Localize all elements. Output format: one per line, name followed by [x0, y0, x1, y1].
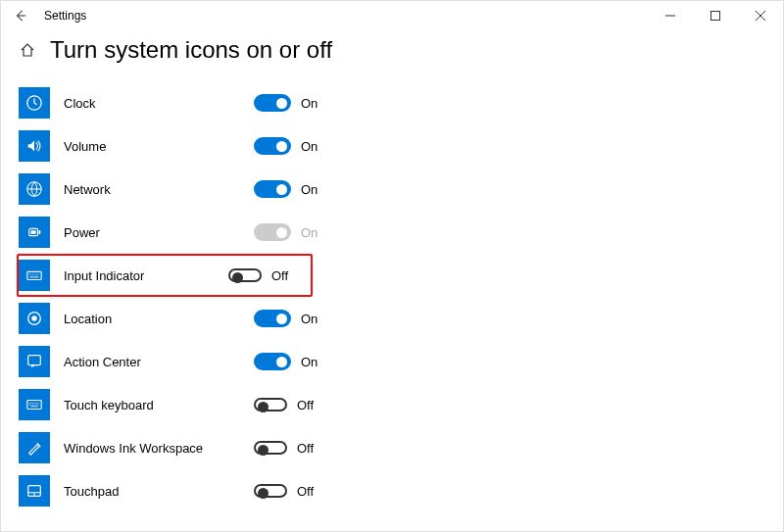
setting-row-touchpad: TouchpadOff — [19, 469, 332, 512]
toggle-switch — [254, 484, 287, 498]
toggle-state-label: Off — [297, 441, 314, 456]
toggle-ink-workspace[interactable]: Off — [254, 441, 332, 456]
toggle-network[interactable]: On — [254, 180, 332, 198]
toggle-switch — [254, 353, 291, 370]
svg-rect-0 — [711, 12, 720, 21]
maximize-icon — [710, 11, 720, 21]
toggle-clock[interactable]: On — [254, 94, 332, 112]
window-title: Settings — [32, 9, 86, 23]
touchpad-icon — [19, 475, 50, 507]
window-controls — [648, 1, 783, 30]
setting-row-ink-workspace: Windows Ink WorkspaceOff — [19, 426, 332, 469]
toggle-switch — [254, 310, 291, 327]
toggle-state-label: On — [301, 96, 318, 111]
toggle-switch — [254, 180, 291, 198]
setting-label: Touchpad — [64, 484, 254, 499]
volume-icon — [19, 130, 50, 162]
home-icon — [20, 42, 35, 58]
toggle-state-label: On — [301, 312, 318, 326]
location-icon — [19, 303, 50, 334]
page-header: Turn system icons on or off — [1, 30, 783, 75]
toggle-state-label: On — [301, 355, 318, 369]
setting-row-touch-keyboard: Touch keyboardOff — [19, 383, 332, 426]
toggle-switch — [254, 223, 291, 241]
toggle-switch — [254, 137, 291, 155]
svg-rect-5 — [30, 230, 35, 234]
close-button[interactable] — [738, 1, 783, 30]
toggle-input-indicator[interactable]: Off — [228, 268, 307, 283]
setting-label: Input Indicator — [64, 268, 228, 283]
toggle-switch — [254, 441, 287, 455]
settings-window: Settings Turn system icons on or off Clo… — [0, 0, 784, 532]
page-title: Turn system icons on or off — [50, 36, 332, 64]
toggle-touch-keyboard[interactable]: Off — [254, 398, 332, 412]
setting-label: Action Center — [64, 355, 254, 369]
setting-label: Network — [64, 182, 254, 197]
ink-workspace-icon — [19, 432, 50, 463]
svg-rect-4 — [39, 230, 41, 234]
toggle-switch — [254, 398, 287, 411]
setting-row-power: PowerOn — [19, 211, 332, 254]
toggle-action-center[interactable]: On — [254, 353, 332, 370]
setting-label: Location — [64, 312, 254, 326]
setting-label: Volume — [64, 139, 254, 154]
toggle-power: On — [254, 223, 332, 241]
toggle-state-label: On — [301, 182, 318, 197]
power-icon — [19, 217, 50, 248]
setting-row-action-center: Action CenterOn — [19, 340, 332, 383]
titlebar: Settings — [1, 1, 783, 30]
setting-label: Power — [64, 225, 254, 240]
toggle-switch — [228, 268, 262, 282]
setting-row-clock: ClockOn — [19, 81, 332, 124]
home-button[interactable] — [19, 42, 36, 58]
minimize-icon — [665, 11, 675, 21]
svg-rect-6 — [27, 271, 41, 279]
toggle-switch — [254, 94, 291, 112]
network-icon — [19, 173, 50, 205]
close-icon — [756, 11, 765, 21]
input-indicator-icon — [19, 260, 50, 291]
setting-row-location: LocationOn — [19, 297, 332, 340]
setting-label: Touch keyboard — [64, 398, 254, 412]
toggle-state-label: Off — [297, 398, 314, 412]
setting-label: Clock — [64, 96, 254, 111]
back-arrow-icon — [14, 9, 27, 23]
back-button[interactable] — [9, 9, 32, 23]
toggle-state-label: Off — [271, 268, 288, 283]
toggle-location[interactable]: On — [254, 310, 332, 327]
action-center-icon — [19, 346, 50, 377]
setting-row-volume: VolumeOn — [19, 124, 332, 168]
toggle-state-label: On — [301, 225, 318, 240]
clock-icon — [19, 87, 50, 119]
settings-list[interactable]: ClockOnVolumeOnNetworkOnPowerOnInput Ind… — [1, 77, 775, 525]
minimize-button[interactable] — [648, 1, 693, 30]
toggle-state-label: On — [301, 139, 318, 154]
setting-row-network: NetworkOn — [19, 168, 332, 211]
svg-rect-9 — [28, 356, 41, 365]
setting-row-input-indicator: Input IndicatorOff — [17, 254, 313, 297]
toggle-volume[interactable]: On — [254, 137, 332, 155]
toggle-touchpad[interactable]: Off — [254, 484, 332, 499]
toggle-state-label: Off — [297, 484, 314, 499]
svg-point-8 — [31, 315, 36, 320]
setting-label: Windows Ink Workspace — [64, 441, 254, 456]
maximize-button[interactable] — [693, 1, 738, 30]
touch-keyboard-icon — [19, 389, 50, 420]
